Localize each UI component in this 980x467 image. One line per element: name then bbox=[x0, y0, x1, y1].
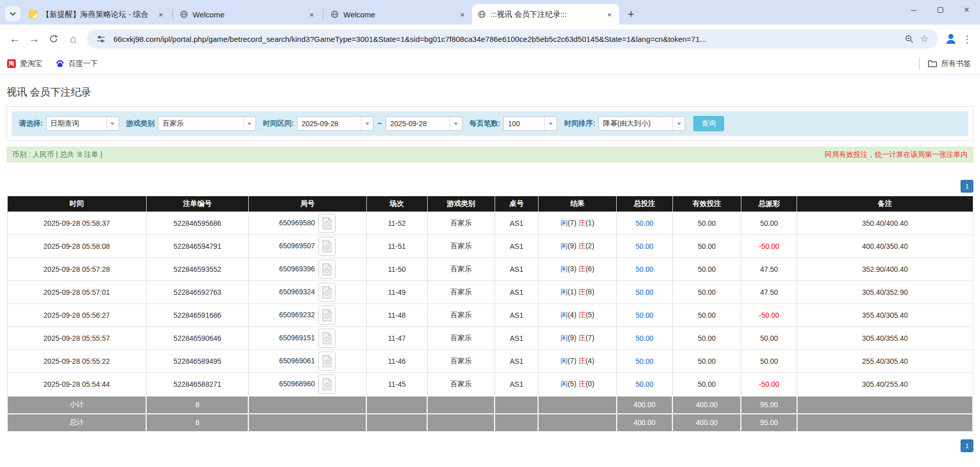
summary-bar: 币别 : 人民币 | 总共 :8 注单 | 同局有效投注，统一计算在该局第一张注… bbox=[7, 147, 973, 162]
maximize-button[interactable] bbox=[927, 0, 953, 19]
forward-button[interactable]: → bbox=[25, 29, 44, 49]
cell-payout: 47.50 bbox=[741, 258, 797, 281]
column-header: 总投注 bbox=[617, 196, 673, 212]
chevron-down-icon[interactable] bbox=[544, 117, 556, 130]
bookmark-star-icon[interactable]: ☆ bbox=[917, 31, 932, 46]
table-row: 2025-09-28 05:57:01522846592763650969324… bbox=[7, 281, 973, 304]
sort-combobox[interactable] bbox=[598, 116, 685, 131]
cell-total-bet[interactable]: 50.00 bbox=[617, 304, 673, 327]
result-player-score: (7) bbox=[568, 219, 578, 227]
result-banker-score: (1) bbox=[586, 219, 594, 227]
cell-total-bet[interactable]: 50.00 bbox=[617, 212, 673, 235]
sort-label: 时间排序: bbox=[564, 119, 595, 128]
result-banker-score: (2) bbox=[586, 242, 594, 250]
cell-total-bet[interactable]: 50.00 bbox=[617, 350, 673, 373]
date-to-picker[interactable] bbox=[386, 116, 462, 131]
query-type-combobox[interactable] bbox=[46, 116, 119, 131]
column-header: 注单编号 bbox=[146, 196, 248, 212]
cell-total-bet[interactable]: 50.00 bbox=[617, 258, 673, 281]
bookmark-baidu[interactable]: 百度一下 bbox=[56, 59, 98, 68]
refresh-button[interactable] bbox=[44, 29, 63, 49]
bookmark-taobao[interactable]: 淘 爱淘宝 bbox=[7, 59, 42, 68]
cell-session: 11-51 bbox=[366, 235, 427, 258]
tab-forum[interactable]: 【新提醒】海燕策略论坛 - 综合 × bbox=[24, 4, 171, 25]
back-button[interactable]: ← bbox=[5, 29, 25, 49]
foot-empty bbox=[366, 396, 427, 414]
tab-close-icon[interactable]: × bbox=[605, 10, 614, 19]
address-bar[interactable]: 66cxkj98.com/ipl/portal.php/game/betreco… bbox=[87, 29, 938, 49]
query-type-input[interactable] bbox=[46, 117, 106, 130]
cell-session: 11-45 bbox=[366, 373, 427, 396]
foot-label: 小计 bbox=[7, 396, 146, 414]
tab-close-icon[interactable]: × bbox=[307, 10, 316, 19]
page-1-button[interactable]: 1 bbox=[961, 180, 973, 193]
tab-betrecord-active[interactable]: :::视讯 会员下注纪录::: × bbox=[472, 4, 619, 25]
site-info-icon[interactable] bbox=[93, 31, 108, 46]
round-id-text: 650969061 bbox=[279, 357, 315, 365]
round-video-button[interactable] bbox=[318, 375, 336, 394]
cell-result: 闲(9) 庄(7) bbox=[538, 327, 616, 350]
cell-game-type: 百家乐 bbox=[427, 304, 495, 327]
cell-total-bet[interactable]: 50.00 bbox=[617, 373, 673, 396]
profile-avatar[interactable] bbox=[942, 30, 960, 48]
round-video-button[interactable] bbox=[318, 306, 336, 325]
home-button[interactable]: ⌂ bbox=[63, 29, 83, 49]
chevron-down-icon[interactable] bbox=[106, 117, 119, 130]
url-text: 66cxkj98.com/ipl/portal.php/game/betreco… bbox=[113, 35, 901, 43]
page-size-input[interactable] bbox=[504, 117, 544, 130]
tab-close-icon[interactable]: × bbox=[458, 10, 467, 19]
tab-title: Welcome bbox=[343, 10, 454, 19]
tab-welcome-2[interactable]: Welcome × bbox=[325, 4, 472, 25]
game-type-combobox[interactable] bbox=[158, 116, 256, 131]
all-bookmarks-button[interactable]: 所有书签 bbox=[928, 59, 971, 68]
date-from-input[interactable] bbox=[297, 117, 361, 130]
foot-empty bbox=[495, 396, 538, 414]
round-video-button[interactable] bbox=[318, 329, 336, 348]
search-button[interactable]: 查询 bbox=[693, 116, 724, 131]
date-from-picker[interactable] bbox=[297, 116, 374, 131]
result-banker: 庄 bbox=[578, 380, 586, 388]
page-1-button[interactable]: 1 bbox=[961, 439, 973, 452]
cell-time: 2025-09-28 05:58:37 bbox=[7, 212, 146, 235]
round-video-button[interactable] bbox=[318, 260, 336, 279]
cell-total-bet[interactable]: 50.00 bbox=[617, 235, 673, 258]
round-video-button[interactable] bbox=[318, 352, 336, 371]
round-video-button[interactable] bbox=[318, 283, 336, 302]
zoom-indicator-icon[interactable] bbox=[901, 31, 917, 46]
round-video-button[interactable] bbox=[318, 237, 336, 256]
chevron-down-icon[interactable] bbox=[243, 117, 255, 130]
round-id-text: 650969507 bbox=[279, 242, 315, 250]
tab-close-icon[interactable]: × bbox=[156, 10, 166, 19]
sort-input[interactable] bbox=[599, 117, 672, 130]
subtotal-row: 小计8400.00400.0095.00 bbox=[7, 396, 973, 414]
cell-total-bet[interactable]: 50.00 bbox=[617, 281, 673, 304]
tab-search-button[interactable] bbox=[5, 6, 20, 21]
page-size-combobox[interactable] bbox=[503, 116, 557, 131]
cell-bet-id: 522846592763 bbox=[146, 281, 248, 304]
all-bookmarks-label: 所有书签 bbox=[941, 59, 971, 68]
tab-title: Welcome bbox=[193, 10, 303, 19]
game-type-input[interactable] bbox=[158, 117, 243, 130]
video-clip-icon bbox=[322, 263, 332, 275]
chevron-down-icon[interactable] bbox=[672, 117, 685, 130]
date-to-input[interactable] bbox=[386, 117, 450, 130]
cell-total-bet[interactable]: 50.00 bbox=[617, 327, 673, 350]
result-player: 闲 bbox=[561, 380, 568, 388]
round-video-button[interactable] bbox=[318, 214, 336, 233]
result-player-score: (7) bbox=[568, 357, 578, 365]
currency-summary-text: 币别 : 人民币 | 总共 :8 注单 | bbox=[12, 150, 102, 159]
new-tab-button[interactable]: + bbox=[623, 7, 639, 22]
round-id-text: 650969580 bbox=[279, 219, 315, 227]
browser-menu-icon[interactable]: ⋮ bbox=[960, 31, 975, 46]
cell-round-id: 650969151 bbox=[248, 327, 366, 350]
close-button[interactable]: × bbox=[953, 0, 980, 19]
cell-note: 255.40/305.40 bbox=[797, 350, 973, 373]
chevron-down-icon[interactable] bbox=[450, 117, 462, 130]
tab-welcome-1[interactable]: Welcome × bbox=[174, 4, 321, 25]
cell-time: 2025-09-28 05:57:28 bbox=[7, 258, 146, 281]
chevron-down-icon[interactable] bbox=[361, 117, 373, 130]
cell-session: 11-50 bbox=[366, 258, 427, 281]
minimize-button[interactable]: ─ bbox=[900, 0, 927, 19]
cell-session: 11-47 bbox=[366, 327, 427, 350]
bet-table: 时间注单编号局号场次游戏类别桌号结果总投注有效投注总派彩备注 2025-09-2… bbox=[7, 196, 973, 432]
